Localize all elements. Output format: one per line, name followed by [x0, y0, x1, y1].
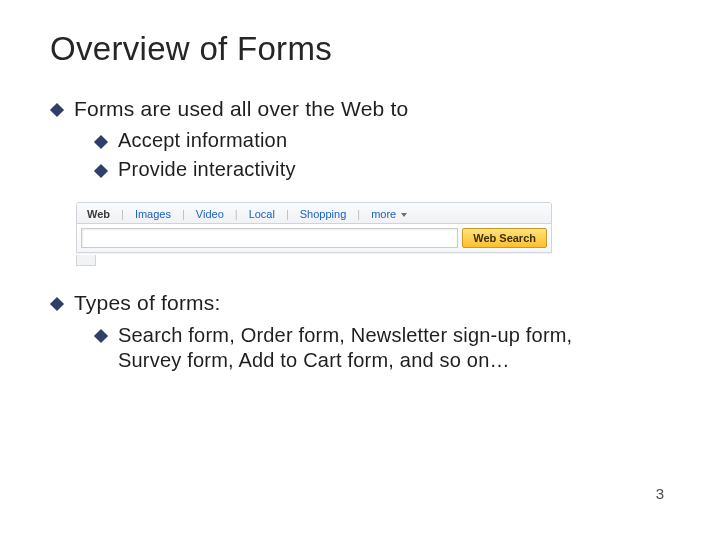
bullet-diamond-icon	[94, 329, 108, 343]
search-row: Web Search	[77, 224, 551, 252]
page-number: 3	[656, 485, 664, 502]
search-tabs: Web | Images | Video | Local | Shopping …	[77, 203, 551, 224]
tab-separator: |	[121, 208, 124, 220]
tab-separator: |	[286, 208, 289, 220]
slide: Overview of Forms Forms are used all ove…	[0, 0, 720, 540]
bullet-list-level-2: Accept information Provide interactivity	[96, 128, 670, 182]
slide-title: Overview of Forms	[50, 30, 670, 68]
search-toolbar: Web | Images | Video | Local | Shopping …	[76, 202, 552, 253]
tab-more[interactable]: more	[371, 208, 407, 220]
tab-shopping[interactable]: Shopping	[300, 208, 347, 220]
bullet-provide-interactivity: Provide interactivity	[96, 157, 670, 182]
bullet-text: Accept information	[118, 129, 287, 151]
bullet-diamond-icon	[94, 164, 108, 178]
bullet-text: Provide interactivity	[118, 158, 296, 180]
tab-separator: |	[235, 208, 238, 220]
bullet-types-of-forms: Types of forms: Search form, Order form,…	[52, 290, 670, 372]
bullet-diamond-icon	[94, 135, 108, 149]
search-toolbar-illustration: Web | Images | Video | Local | Shopping …	[76, 202, 552, 266]
bullet-text: Forms are used all over the Web to	[74, 97, 408, 120]
tab-separator: |	[182, 208, 185, 220]
bullet-forms-used: Forms are used all over the Web to Accep…	[52, 96, 670, 182]
tab-images[interactable]: Images	[135, 208, 171, 220]
bullet-types-examples: Search form, Order form, Newsletter sign…	[96, 323, 578, 373]
tab-more-label: more	[371, 208, 396, 220]
bullet-accept-info: Accept information	[96, 128, 670, 153]
scrollbar-stub	[76, 255, 96, 266]
bullet-diamond-icon	[50, 297, 64, 311]
bullet-list-level-1: Forms are used all over the Web to Accep…	[52, 96, 670, 182]
tab-web[interactable]: Web	[87, 208, 110, 220]
web-search-button[interactable]: Web Search	[462, 228, 547, 248]
tab-video[interactable]: Video	[196, 208, 224, 220]
bullet-list-level-1: Types of forms: Search form, Order form,…	[52, 290, 670, 372]
tab-separator: |	[357, 208, 360, 220]
search-input[interactable]	[81, 228, 458, 248]
bullet-diamond-icon	[50, 103, 64, 117]
tab-local[interactable]: Local	[249, 208, 275, 220]
chevron-down-icon	[401, 213, 407, 217]
web-search-button-label: Web Search	[473, 232, 536, 244]
bullet-list-level-2: Search form, Order form, Newsletter sign…	[96, 323, 670, 373]
bullet-text: Search form, Order form, Newsletter sign…	[118, 324, 572, 371]
bullet-text: Types of forms:	[74, 291, 221, 314]
